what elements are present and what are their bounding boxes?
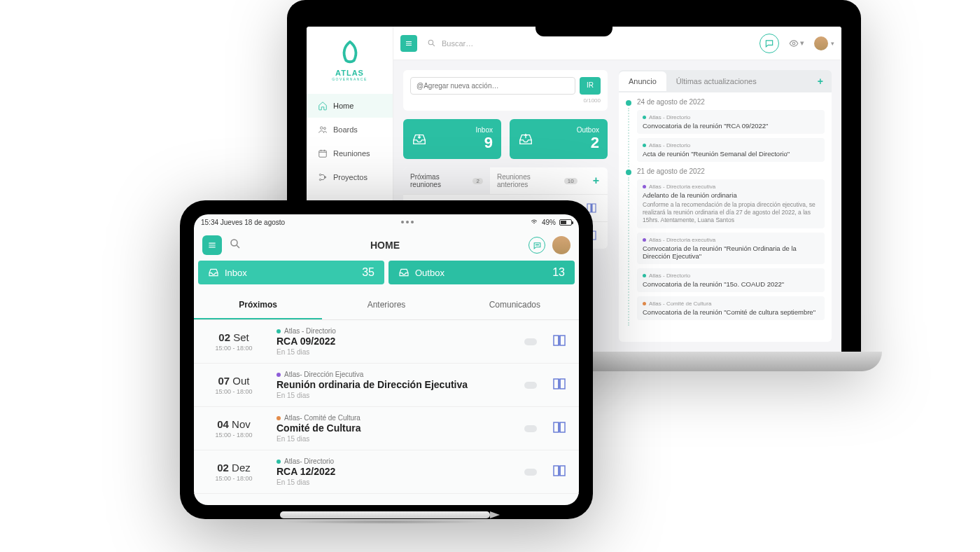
tablet-mockup: 15:34 Jueves 18 de agosto 49% HOME	[180, 200, 593, 519]
tab-previous-meetings[interactable]: Reuniones anteriores 10	[490, 167, 584, 194]
sidebar-item-boards[interactable]: Boards	[307, 118, 393, 142]
menu-button[interactable]	[202, 235, 222, 255]
eye-icon	[789, 39, 799, 48]
announcement-item[interactable]: Atlas - Directoria executivaConvocatoria…	[637, 233, 825, 264]
outbox-icon	[398, 267, 410, 278]
svg-rect-2	[319, 151, 327, 157]
status-pill	[524, 469, 537, 476]
logo-subtitle: GOVERNANCE	[307, 77, 393, 81]
sidebar-item-proyectos[interactable]: Proyectos	[307, 165, 393, 189]
status-pill	[524, 425, 537, 432]
menu-icon	[405, 39, 413, 48]
sidebar-label-boards: Boards	[333, 125, 358, 134]
battery-icon	[559, 219, 572, 226]
stylus	[280, 511, 490, 524]
sidebar-nav: Home Boards Reuniones Proyectos	[307, 94, 393, 189]
sidebar-item-reuniones[interactable]: Reuniones	[307, 142, 393, 165]
battery-percent: 49%	[542, 219, 556, 226]
tab-proximos[interactable]: Próximos	[194, 291, 322, 319]
topbar: Buscar… ▾ ▾	[393, 27, 841, 60]
avatar[interactable]	[552, 236, 570, 254]
search-input[interactable]: Buscar…	[427, 39, 750, 48]
sidebar-label-reuniones: Reuniones	[333, 149, 370, 158]
search-icon	[427, 39, 436, 48]
svg-point-1	[323, 127, 326, 130]
svg-point-11	[538, 244, 538, 244]
logo: ATLAS GOVERNANCE	[307, 27, 393, 85]
announcement-item[interactable]: Atlas - DirectorioActa de reunión "Reuni…	[637, 138, 825, 162]
open-book-button[interactable]	[551, 375, 568, 395]
meeting-row[interactable]: 04 Nov 15:00 - 18:00 Atlas- Comité de Cu…	[194, 407, 579, 450]
svg-point-10	[537, 244, 538, 244]
sidebar-label-proyectos: Proyectos	[333, 173, 368, 181]
avatar	[814, 36, 828, 50]
tab-ultimas[interactable]: Últimas actualizaciones	[666, 71, 766, 91]
page-title: HOME	[370, 240, 400, 251]
search-button[interactable]	[229, 237, 241, 253]
outbox-card[interactable]: Outbox 13	[388, 261, 575, 284]
new-action-card: IR 0/1000	[403, 70, 608, 111]
chat-button[interactable]	[760, 34, 779, 53]
inbox-icon	[412, 132, 427, 147]
feed-date: 24 de agosto de 2022	[637, 98, 825, 106]
outbox-icon	[518, 132, 533, 147]
menu-toggle-button[interactable]	[400, 35, 417, 52]
new-action-input[interactable]	[410, 77, 575, 95]
svg-point-6	[428, 40, 433, 45]
inbox-card[interactable]: Inbox 9	[403, 119, 501, 159]
chat-icon	[764, 39, 774, 48]
project-icon	[318, 172, 328, 182]
status-dots	[401, 221, 414, 223]
status-time: 15:34 Jueves 18 de agosto	[201, 219, 285, 226]
chat-icon	[533, 241, 542, 250]
svg-point-9	[536, 244, 536, 244]
announcement-item[interactable]: Atlas - DirectorioConvocatoria de la reu…	[637, 268, 825, 292]
add-announcement-button[interactable]: +	[809, 70, 832, 92]
status-bar: 15:34 Jueves 18 de agosto 49%	[194, 214, 579, 230]
tab-anteriores[interactable]: Anteriores	[322, 291, 450, 319]
feed-date: 21 de agosto de 2022	[637, 167, 825, 175]
visibility-toggle[interactable]: ▾	[789, 39, 804, 48]
announcement-item[interactable]: Atlas - DirectorioConvocatoria de la reu…	[637, 110, 825, 134]
tab-upcoming-meetings[interactable]: Próximas reuniones 2	[403, 167, 490, 194]
char-counter: 0/1000	[410, 97, 601, 104]
open-book-button[interactable]	[551, 332, 568, 352]
outbox-card[interactable]: Outbox 2	[510, 119, 608, 159]
meeting-row[interactable]: 07 Out 15:00 - 18:00 Atlas- Dirección Ej…	[194, 364, 579, 407]
announcement-feed: 24 de agosto de 2022Atlas - DirectorioCo…	[619, 92, 832, 342]
meetings-list: 02 Set 15:00 - 18:00 Atlas - Directorio …	[194, 320, 579, 505]
user-menu[interactable]: ▾	[814, 36, 834, 50]
wifi-icon	[530, 217, 538, 227]
atlas-logo-icon	[337, 39, 363, 66]
svg-point-7	[792, 42, 795, 45]
logo-name: ATLAS	[307, 69, 393, 77]
home-icon	[318, 101, 328, 111]
sidebar-item-home[interactable]: Home	[307, 94, 393, 118]
status-pill	[524, 338, 537, 345]
open-book-button[interactable]	[551, 462, 568, 482]
sidebar-label-home: Home	[333, 102, 354, 110]
tab-anuncio[interactable]: Anuncio	[619, 71, 666, 91]
announcement-item[interactable]: Atlas - Directoria executivaAdelanto de …	[637, 179, 825, 228]
open-book-button[interactable]	[551, 419, 568, 439]
meeting-row[interactable]: 02 Set 15:00 - 18:00 Atlas - Directorio …	[194, 320, 579, 364]
users-icon	[318, 125, 328, 134]
inbox-icon	[208, 267, 219, 278]
svg-point-0	[321, 127, 323, 130]
meeting-row[interactable]: 02 Dez 15:00 - 18:00 Atlas- Directorio R…	[194, 450, 579, 494]
add-meeting-button[interactable]: +	[584, 169, 608, 193]
svg-point-3	[319, 174, 321, 175]
announcement-item[interactable]: Atlas - Comité de CulturaConvocatoria de…	[637, 296, 825, 320]
inbox-card[interactable]: Inbox 35	[198, 261, 384, 284]
tab-comunicados[interactable]: Comunicados	[451, 291, 579, 319]
svg-point-8	[231, 240, 237, 246]
go-button[interactable]: IR	[580, 77, 601, 95]
chat-button[interactable]	[528, 237, 545, 254]
svg-point-4	[319, 179, 321, 180]
calendar-icon	[318, 149, 328, 158]
status-pill	[524, 382, 537, 389]
